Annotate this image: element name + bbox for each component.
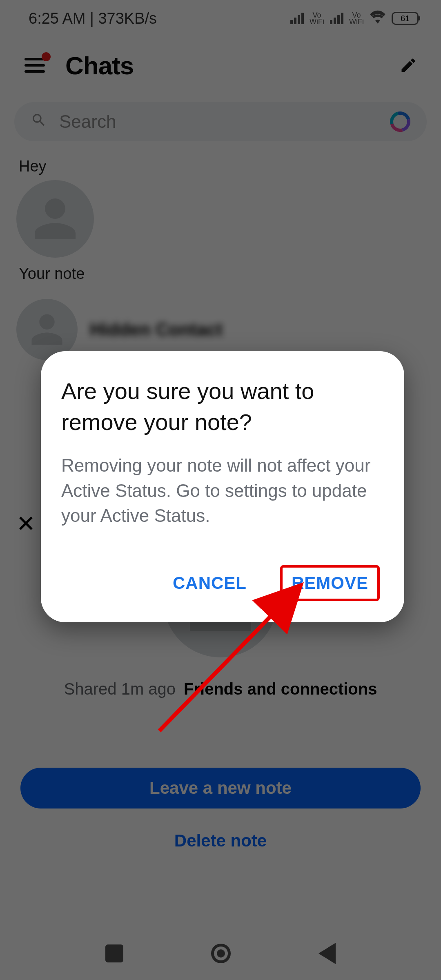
- home-button[interactable]: [211, 944, 231, 963]
- confirm-remove-dialog: Are you sure you want to remove your not…: [41, 351, 404, 622]
- dialog-actions: CANCEL REMOVE: [61, 565, 384, 606]
- remove-button[interactable]: REMOVE: [280, 565, 380, 601]
- dialog-body: Removing your note will not affect your …: [61, 453, 384, 528]
- recent-apps-button[interactable]: [105, 944, 123, 962]
- dialog-title: Are you sure you want to remove your not…: [61, 376, 384, 437]
- back-button[interactable]: [318, 943, 336, 964]
- system-nav-bar: [0, 927, 441, 980]
- cancel-button[interactable]: CANCEL: [164, 568, 256, 599]
